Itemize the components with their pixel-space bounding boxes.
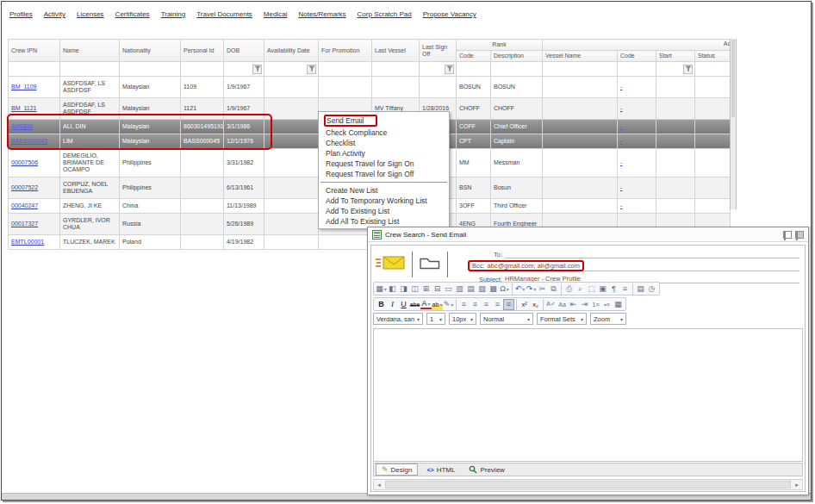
- editor-dropdown[interactable]: 10px▾: [449, 313, 476, 325]
- merge-cells-icon[interactable]: ▥: [454, 283, 465, 295]
- superscript-icon[interactable]: x²: [519, 299, 530, 310]
- editor-horizontal-scrollbar[interactable]: ◂ ▸: [373, 479, 803, 490]
- table-properties-icon[interactable]: ▩: [488, 283, 499, 295]
- activity-code-link[interactable]: -: [620, 138, 622, 144]
- image-manager-icon[interactable]: ▤: [635, 283, 646, 295]
- cell-properties-icon[interactable]: ▨: [476, 283, 488, 295]
- filter-icon[interactable]: [252, 65, 262, 74]
- align-left-icon[interactable]: ≡: [458, 299, 470, 310]
- send-email-icon[interactable]: [375, 254, 406, 275]
- numbered-list-icon[interactable]: 1≡: [590, 299, 601, 310]
- align-center-icon[interactable]: ≡: [470, 299, 481, 310]
- editor-dropdown[interactable]: Normal▾: [480, 313, 533, 325]
- menu-item[interactable]: Request Travel for Sign On: [319, 159, 449, 169]
- justify-icon[interactable]: ≡: [492, 299, 503, 310]
- menu-item[interactable]: [320, 182, 447, 183]
- crew-ipn-link[interactable]: 00040247: [11, 202, 38, 208]
- bcc-input-rest[interactable]: [584, 263, 799, 271]
- close-button[interactable]: [795, 231, 804, 239]
- menu-item[interactable]: Check Compliance: [319, 128, 449, 138]
- insert-image-icon[interactable]: ▦: [613, 299, 624, 310]
- nav-link[interactable]: Travel Documents: [196, 10, 252, 18]
- scrollbar-thumb[interactable]: [385, 481, 791, 488]
- activity-code-link[interactable]: -: [620, 84, 622, 90]
- menu-item[interactable]: Add To Temporary Working List: [319, 196, 449, 206]
- dialog-titlebar[interactable]: Crew Search - Send Email: [368, 227, 808, 242]
- subscript-icon[interactable]: x₂: [530, 299, 541, 310]
- undo-icon[interactable]: ↶: [514, 283, 526, 295]
- insert-table-icon[interactable]: ▦: [376, 283, 387, 295]
- crew-ipn-link[interactable]: BM_1109: [11, 84, 36, 90]
- scroll-right-icon[interactable]: ▸: [792, 482, 802, 488]
- italic-icon[interactable]: I: [387, 299, 398, 310]
- align-right-icon[interactable]: ≡: [481, 299, 492, 310]
- email-body-editor[interactable]: [373, 328, 803, 462]
- special-character-icon[interactable]: Ω: [499, 283, 510, 295]
- crew-ipn-link[interactable]: BM_1121: [11, 105, 36, 111]
- insert-column-left-icon[interactable]: ◧: [387, 283, 398, 295]
- crew-ipn-link[interactable]: EMTL00001: [11, 239, 44, 245]
- activity-code-link[interactable]: -: [620, 105, 622, 111]
- nav-link[interactable]: Profiles: [9, 10, 33, 18]
- find-and-replace-icon[interactable]: ⌕: [575, 283, 586, 295]
- grid-vertical-scrollbar[interactable]: [730, 39, 737, 209]
- menu-item[interactable]: Add To Existing List: [319, 206, 449, 216]
- split-cells-icon[interactable]: ▤: [465, 283, 476, 295]
- nav-link[interactable]: Notes/Remarks: [298, 10, 345, 18]
- filter-icon[interactable]: [683, 65, 693, 74]
- to-input[interactable]: [505, 250, 799, 258]
- nav-link[interactable]: Propose Vacancy: [423, 10, 476, 18]
- bcc-input[interactable]: abc@gmail.com; ali@gmail.com: [488, 262, 580, 270]
- crew-ipn-link[interactable]: 00017327: [11, 221, 38, 227]
- print-icon[interactable]: ⎙: [563, 283, 575, 295]
- copy-icon[interactable]: ⧉: [548, 283, 559, 295]
- scrollbar-thumb[interactable]: [731, 40, 735, 117]
- tab-preview[interactable]: Preview: [463, 464, 509, 475]
- format-painter-icon[interactable]: ✎: [443, 299, 454, 310]
- indent-icon[interactable]: ⇥: [579, 299, 590, 310]
- activity-code-link[interactable]: -: [620, 123, 622, 129]
- menu-item[interactable]: Request Travel for Sign Off: [319, 169, 449, 179]
- insert-column-right-icon[interactable]: ◨: [398, 283, 409, 295]
- activity-code-link[interactable]: -: [620, 159, 622, 165]
- outdent-icon[interactable]: ⇤: [568, 299, 579, 310]
- menu-item[interactable]: Plan Activity: [319, 148, 449, 159]
- editor-dropdown[interactable]: Format Sets▾: [537, 313, 587, 325]
- crew-ipn-link[interactable]: BASS000045: [11, 138, 47, 144]
- bullet-list-icon[interactable]: •≡: [601, 299, 613, 310]
- nav-link[interactable]: Corp Scratch Pad: [358, 10, 412, 18]
- activity-code-link[interactable]: -: [620, 184, 622, 190]
- nav-link[interactable]: Licenses: [77, 10, 104, 18]
- bold-icon[interactable]: B: [376, 299, 387, 310]
- crew-ipn-link[interactable]: 00007522: [11, 184, 38, 190]
- crew-ipn-link[interactable]: A9S836: [11, 123, 33, 129]
- tab-html[interactable]: <>HTML: [421, 465, 460, 475]
- nav-link[interactable]: Training: [161, 10, 186, 18]
- delete-row-icon[interactable]: ▭: [443, 283, 454, 295]
- editor-dropdown[interactable]: 1▾: [426, 313, 445, 325]
- select-all-icon[interactable]: ⬚: [586, 283, 597, 295]
- strikethrough-icon[interactable]: abe: [409, 299, 420, 310]
- format-stripper-icon[interactable]: Aa: [557, 299, 568, 310]
- history-icon[interactable]: ◷: [646, 283, 657, 295]
- insert-row-below-icon[interactable]: ⊟: [432, 283, 443, 295]
- tab-design[interactable]: ✎Design: [376, 464, 418, 476]
- menu-item[interactable]: Create New List: [319, 185, 449, 196]
- paste-icon[interactable]: ▣: [597, 283, 608, 295]
- crew-ipn-link[interactable]: 00007506: [11, 159, 38, 165]
- justify-full-icon[interactable]: ≡: [503, 299, 514, 310]
- insert-row-above-icon[interactable]: ⊞: [420, 283, 432, 295]
- horizontal-rule-icon[interactable]: ≡: [619, 283, 631, 295]
- scroll-left-icon[interactable]: ◂: [374, 482, 384, 488]
- table-row[interactable]: BM_1109 ASDFDSAF, LS ASDFDSF Malaysian 1…: [9, 77, 731, 98]
- editor-dropdown[interactable]: Zoom▾: [590, 313, 626, 325]
- background-color-icon[interactable]: ab: [432, 299, 443, 310]
- menu-item[interactable]: Checklist: [319, 138, 449, 148]
- paragraph-marks-icon[interactable]: ¶: [608, 283, 619, 295]
- nav-link[interactable]: Medical: [264, 10, 288, 18]
- maximize-button[interactable]: [783, 231, 792, 239]
- filter-icon[interactable]: [445, 65, 454, 74]
- nav-link[interactable]: Certificates: [115, 10, 150, 18]
- activity-code-link[interactable]: -: [620, 202, 622, 208]
- menu-item[interactable]: Add All To Existing List: [319, 216, 449, 227]
